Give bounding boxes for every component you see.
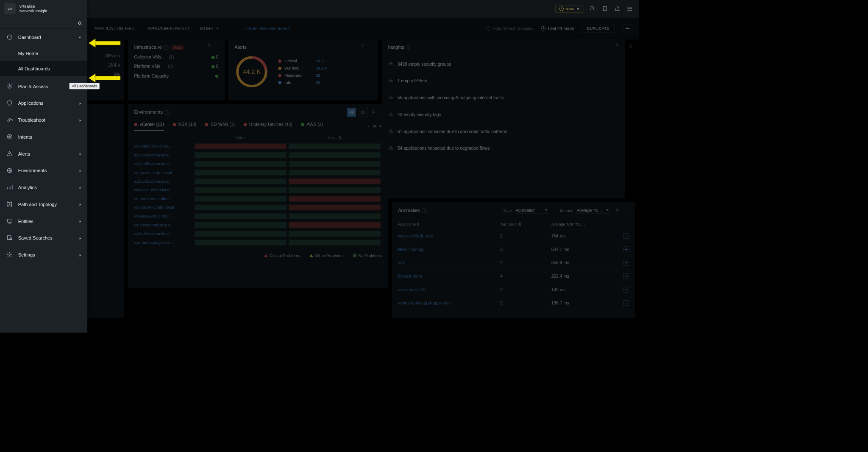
sidebar-item-label: My Home: [18, 50, 38, 56]
card-menu-icon[interactable]: ⋮: [379, 110, 383, 114]
pin-icon[interactable]: [360, 43, 365, 49]
info-icon[interactable]: i: [406, 45, 411, 50]
sidebar-item-all-dashboards[interactable]: All Dashboards: [0, 61, 87, 76]
expand-row-button[interactable]: +: [623, 260, 629, 265]
view-grid-button[interactable]: [347, 108, 356, 117]
env-name-link[interactable]: vc-b.nsxonaci.eng.v...: [134, 223, 193, 227]
sidebar-item-path-and-topology[interactable]: Path and Topology: [0, 195, 87, 212]
sidebar-item-entities[interactable]: Entities: [0, 212, 87, 229]
app-name-link[interactable]: Hive Training: [398, 247, 500, 252]
env-name-link[interactable]: sc2vc04.cmbu.local: [134, 231, 193, 236]
env-name-link[interactable]: vc-us.vrni.cmbu.local: [134, 170, 193, 175]
more-actions-button[interactable]: •••: [622, 24, 633, 32]
sidebar-item-environments[interactable]: Environments: [0, 162, 87, 179]
svg-point-46: [7, 205, 8, 206]
app-name-link[interactable]: nsx-cas-lb-2-0: [398, 287, 500, 292]
insight-text: 54 applications impacted due to degraded…: [398, 146, 490, 151]
tab-more[interactable]: MORE: [200, 26, 219, 31]
pin-icon[interactable]: [371, 109, 376, 115]
col-header[interactable]: VMs: [235, 136, 243, 140]
expand-row-button[interactable]: +: [623, 273, 629, 279]
col-header[interactable]: Average TCP RT...: [551, 222, 582, 226]
env-tab[interactable]: SD-WAN (1): [205, 122, 235, 131]
insight-item[interactable]: 3498 empty security groups: [388, 56, 619, 73]
insight-item[interactable]: 1 empty IPSets: [388, 73, 619, 89]
env-name-link[interactable]: sc2vc05.cmbu.local: [134, 162, 193, 166]
sidebar-item-troubleshoot[interactable]: Troubleshoot: [0, 112, 87, 128]
auto-refresh-status[interactable]: Auto Refresh Disabled: [486, 26, 534, 31]
search-icon[interactable]: [589, 6, 596, 12]
sidebar-item-analytics[interactable]: Analytics: [0, 179, 87, 196]
env-name-link[interactable]: sc2vc03.cmbu.local: [134, 153, 193, 157]
sidebar-item-settings[interactable]: Settings: [0, 246, 87, 263]
app-name-link[interactable]: vra: [398, 260, 500, 265]
tab-application[interactable]: APPLICATION-FRO...: [95, 26, 137, 31]
env-tab[interactable]: NSX (13): [173, 122, 197, 131]
bookmark-icon[interactable]: [601, 6, 608, 12]
metrics-select[interactable]: Average TC...: [576, 207, 610, 214]
sidebar-item-label: All Dashboards: [18, 66, 50, 71]
insight-item[interactable]: 54 applications impacted due to degraded…: [388, 140, 619, 156]
app-name-link[interactable]: vrnidynamicappd-app-mcm: [398, 301, 500, 306]
chevron-icon: [78, 168, 81, 173]
sidebar-collapse-button[interactable]: [0, 17, 87, 28]
pin-icon[interactable]: [628, 44, 633, 50]
col-header[interactable]: App Name: [398, 222, 416, 226]
view-table-button[interactable]: [359, 108, 368, 117]
svg-point-44: [7, 202, 8, 203]
time-range-selector[interactable]: Last 24 hours: [541, 26, 574, 31]
sidebar-item-alerts[interactable]: Alerts: [0, 145, 87, 162]
sidebar-item-applications[interactable]: Applications: [0, 95, 87, 112]
card-menu-icon[interactable]: ⋮: [625, 208, 629, 213]
expand-row-button[interactable]: +: [623, 300, 629, 306]
pin-icon[interactable]: [615, 207, 620, 213]
insight-item[interactable]: 61 applications impacted due to abnormal…: [388, 123, 619, 140]
type-select[interactable]: Application: [515, 207, 549, 214]
env-name-link[interactable]: wdcvc01.cmbu.local: [134, 187, 193, 192]
status-dot-icon: [134, 123, 137, 126]
chevron-right-icon[interactable]: ›: [367, 124, 369, 129]
expand-row-button[interactable]: +: [623, 246, 629, 252]
status-dot-icon: [301, 123, 304, 126]
info-icon[interactable]: i: [422, 208, 427, 213]
sidebar-item-saved-searches[interactable]: Saved Searches: [0, 229, 87, 246]
sidebar-item-dashboard[interactable]: Dashboard: [0, 29, 87, 46]
env-name-link[interactable]: vc-north.vrni.cmbu.l...: [134, 196, 193, 201]
create-dashboard-link[interactable]: Create New Dashboard: [245, 26, 290, 31]
svg-point-13: [389, 80, 390, 82]
sidebar-item-intents[interactable]: Intents: [0, 128, 87, 145]
expand-row-button[interactable]: +: [623, 287, 629, 292]
time-now-pill[interactable]: Now: [555, 5, 583, 12]
col-header[interactable]: Hosts: [328, 136, 338, 140]
env-tab[interactable]: AWS (2): [301, 122, 323, 131]
tab-appdashboard[interactable]: APPDASHBOARD-01: [147, 26, 190, 31]
expand-row-button[interactable]: +: [623, 233, 629, 239]
env-name-link[interactable]: sc2vc01.cmbu.local: [134, 179, 193, 184]
env-tab[interactable]: Underlay Devices (43): [244, 122, 292, 131]
menu-icon[interactable]: [626, 6, 633, 12]
insight-item[interactable]: 55 applications with incoming & outgoing…: [388, 89, 619, 106]
vm-bar: [195, 143, 286, 149]
info-icon[interactable]: i: [164, 110, 170, 115]
tier-count: 2: [500, 260, 551, 265]
notifications-icon[interactable]: [614, 6, 620, 12]
sidebar-icon: [6, 218, 13, 224]
env-name-link[interactable]: vc-pks.vrni.cmbu.local: [134, 205, 193, 210]
duplicate-button[interactable]: DUPLICATE: [582, 24, 615, 33]
info-icon[interactable]: i: [164, 45, 169, 50]
env-name-link[interactable]: vcenter-vcplugin.vrn...: [134, 240, 193, 245]
chevron-icon: [78, 252, 81, 257]
list-icon[interactable]: ☰: [373, 124, 382, 129]
insight-item[interactable]: 43 empty security tags: [388, 106, 619, 123]
col-header[interactable]: Tier Count: [500, 222, 517, 226]
pin-icon[interactable]: [206, 43, 211, 49]
metrics-label: Metrics: [560, 208, 573, 213]
app-name-link[interactable]: wdc-arc80-demo2: [398, 234, 500, 239]
env-name-link[interactable]: vc-hybrid.vrni.cmbu...: [134, 144, 193, 148]
env-tab[interactable]: vCenter (12): [134, 122, 164, 131]
sidebar-item-my-home[interactable]: My Home: [0, 45, 87, 61]
app-name-link[interactable]: fd-web-mcm: [398, 273, 500, 279]
env-name-link[interactable]: vc-emea.vrni.cmbu.l...: [134, 214, 193, 218]
avg-rtt: 202.4 ms: [551, 273, 618, 279]
pin-icon[interactable]: [615, 43, 620, 49]
